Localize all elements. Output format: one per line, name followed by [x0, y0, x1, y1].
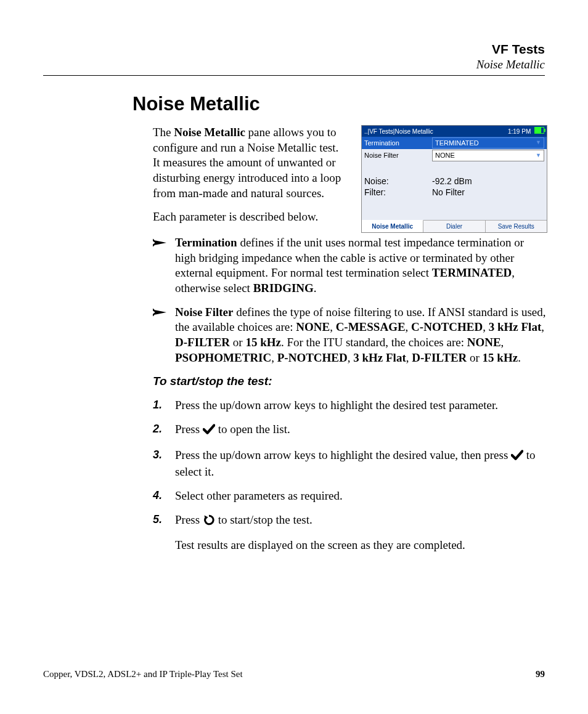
screenshot-row-noise-filter: Noise Filter NONE ▼: [362, 149, 547, 161]
checkmark-icon: [511, 450, 523, 465]
step-results-note: Test results are displayed on the screen…: [175, 538, 547, 553]
screenshot-tab-save-results: Save Results: [486, 221, 547, 232]
screenshot-result-noise: Noise: -92.2 dBm: [364, 176, 544, 187]
step-4: 4. Select other parameters as required.: [153, 489, 547, 504]
header-subtitle: Noise Metallic: [43, 58, 545, 71]
screenshot-breadcrumb: ..|VF Tests|Noise Metallic: [364, 128, 433, 136]
page-footer: Copper, VDSL2, ADSL2+ and IP Triple-Play…: [43, 669, 545, 680]
arrow-bullet-icon: [153, 305, 175, 366]
screenshot-row-termination: Termination TERMINATED ▼: [362, 137, 547, 149]
parameter-list: Termination defines if the unit uses nor…: [153, 235, 547, 366]
header-title: VF Tests: [43, 42, 545, 57]
procedure-steps: 1. Press the up/down arrow keys to highl…: [153, 398, 547, 553]
running-header: VF Tests Noise Metallic: [43, 42, 545, 71]
checkmark-icon: [203, 424, 215, 439]
screenshot-tab-dialer: Dialer: [423, 221, 485, 232]
bullet-noise-filter: Noise Filter defines the type of noise f…: [153, 305, 547, 366]
screenshot-row-label: Noise Filter: [364, 151, 432, 160]
device-screenshot: ..|VF Tests|Noise Metallic 1:19 PM Termi…: [361, 125, 547, 233]
section-title: Noise Metallic: [133, 93, 545, 115]
step-3: 3. Press the up/down arrow keys to highl…: [153, 448, 547, 480]
page: VF Tests Noise Metallic Noise Metallic .…: [0, 0, 588, 714]
screenshot-tabs: Noise Metallic Dialer Save Results: [362, 220, 547, 232]
arrow-bullet-icon: [153, 235, 175, 296]
footer-product: Copper, VDSL2, ADSL2+ and IP Triple-Play…: [43, 669, 243, 680]
screenshot-clock: 1:19 PM: [508, 127, 544, 136]
dropdown-caret-icon: ▼: [536, 139, 541, 147]
step-2: 2. Press to open the list.: [153, 422, 547, 439]
procedure-subhead: To start/stop the test:: [153, 374, 547, 389]
loop-arrow-icon: [203, 514, 215, 530]
intro-paragraph-2: Each parameter is described below.: [153, 209, 344, 225]
body-column: ..|VF Tests|Noise Metallic 1:19 PM Termi…: [153, 125, 547, 553]
intro-block: ..|VF Tests|Noise Metallic 1:19 PM Termi…: [153, 125, 547, 235]
screenshot-row-field: NONE ▼: [432, 150, 544, 161]
svg-marker-1: [155, 240, 166, 245]
header-rule: [43, 75, 545, 76]
step-5: 5. Press to start/stop the test.: [153, 513, 547, 530]
bullet-termination: Termination defines if the unit uses nor…: [153, 235, 547, 296]
page-number: 99: [536, 669, 545, 680]
screenshot-result-filter: Filter: No Filter: [364, 187, 544, 198]
step-1: 1. Press the up/down arrow keys to highl…: [153, 398, 547, 413]
intro-paragraph-1: The Noise Metallic pane allows you to co…: [153, 125, 344, 201]
intro-text: The Noise Metallic pane allows you to co…: [153, 125, 344, 225]
screenshot-titlebar: ..|VF Tests|Noise Metallic 1:19 PM: [362, 126, 547, 137]
svg-marker-3: [155, 310, 166, 314]
dropdown-caret-icon: ▼: [536, 152, 541, 160]
screenshot-results: Noise: -92.2 dBm Filter: No Filter: [362, 162, 547, 220]
battery-icon: [534, 127, 544, 134]
screenshot-tab-noise-metallic: Noise Metallic: [362, 220, 423, 232]
screenshot-row-field: TERMINATED ▼: [432, 137, 544, 148]
screenshot-row-label: Termination: [364, 139, 432, 147]
